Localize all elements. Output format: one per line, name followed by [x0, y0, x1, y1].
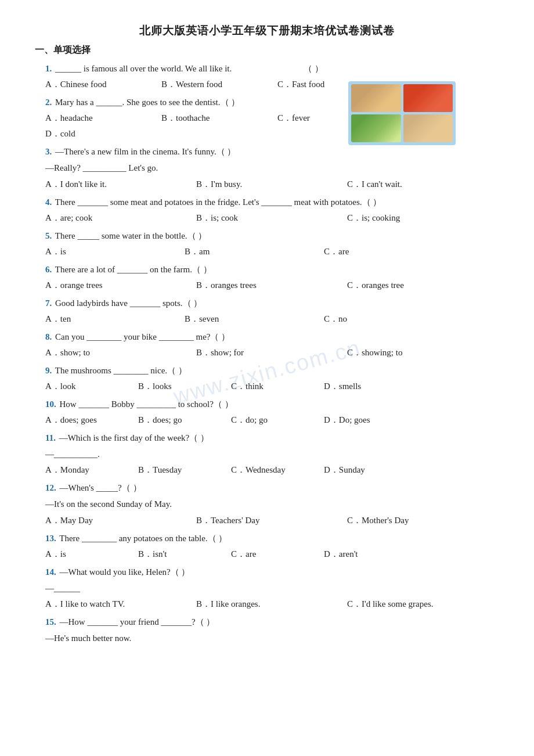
q14-opt-b: B．I like oranges. [196, 596, 347, 612]
question-13: 13. There ________ any potatoes on the t… [35, 531, 499, 562]
q6-opt-c: C．oranges tree [347, 278, 498, 293]
q14-options: A．I like to watch TV. B．I like oranges. … [45, 596, 499, 612]
q11-opt-b: B．Tuesday [138, 462, 231, 478]
q5-opt-c: C．are [324, 244, 440, 260]
q1-num: 1. [45, 64, 52, 73]
question-11: 11. —Which is the first day of the week?… [35, 430, 499, 478]
q1-text: ______ [55, 64, 81, 73]
food-image-2 [403, 84, 453, 112]
q9-opt-b: B．looks [138, 379, 231, 394]
q14-line2: —______ [45, 580, 499, 597]
q7-options: A．ten B．seven C．no [45, 311, 499, 327]
q7-text: Good ladybirds have _______ spots.（ ） [55, 298, 202, 308]
q6-opt-a: A．orange trees [45, 278, 196, 293]
q3-options: A．I don't like it. B．I'm busy. C．I can't… [45, 177, 499, 192]
q8-opt-b: B．show; for [196, 345, 347, 361]
q12-opt-c: C．Mother's Day [347, 513, 498, 528]
question-10: 10. How _______ Bobby _________ to schoo… [35, 397, 499, 428]
q1-text2: is famous all over the world. We all lik… [84, 64, 232, 73]
q5-opt-a: A．is [45, 244, 185, 260]
q9-opt-c: C．think [231, 379, 324, 394]
q4-text: There _______ some meat and potatoes in … [55, 197, 382, 207]
q2-opt-d: D．cold [45, 126, 161, 142]
question-8: 8. Can you ________ your bike ________ m… [35, 329, 499, 361]
food-image-grid [348, 81, 464, 151]
q15-num: 15. [45, 617, 56, 627]
q14-text1: —What would you like, Helen?（ ） [60, 567, 190, 577]
q10-options: A．does; goes B．does; go C．do; go D．Do; g… [45, 412, 499, 428]
q11-options: A．Monday B．Tuesday C．Wednesday D．Sunday [45, 462, 499, 478]
q13-opt-c: C．are [231, 546, 324, 562]
q3-opt-a: A．I don't like it. [45, 177, 196, 192]
q14-opt-a: A．I like to watch TV. [45, 596, 196, 612]
q13-options: A．is B．isn't C．are D．aren't [45, 546, 499, 562]
question-6: 6. There are a lot of _______ on the far… [35, 262, 499, 293]
q11-opt-c: C．Wednesday [231, 462, 324, 478]
section-title: 一、单项选择 [35, 44, 499, 56]
q8-options: A．show; to B．show; for C．showing; to [45, 345, 499, 361]
q3-opt-c: C．I can't wait. [347, 177, 498, 192]
q7-opt-a: A．ten [45, 311, 185, 327]
q7-opt-c: C．no [324, 311, 440, 327]
question-15: 15. —How _______ your friend _______?（ ）… [35, 614, 499, 647]
q14-opt-c: C．I'd like some grapes. [347, 596, 498, 612]
question-7: 7. Good ladybirds have _______ spots.（ ）… [35, 296, 499, 327]
q3-num: 3. [45, 147, 52, 156]
q10-num: 10. [45, 399, 56, 409]
q10-opt-d: D．Do; goes [324, 412, 440, 428]
question-14: 14. —What would you like, Helen?（ ） —___… [35, 564, 499, 613]
q9-text: The mushrooms ________ nice.（ ） [55, 366, 187, 375]
q1-opt-b: B．Western food [161, 77, 277, 92]
q3-text1: —There's a new film in the cinema. It's … [55, 147, 236, 156]
q9-opt-d: D．smells [324, 379, 440, 394]
q1-opt-a: A．Chinese food [45, 77, 161, 92]
q9-num: 9. [45, 366, 52, 375]
q8-opt-a: A．show; to [45, 345, 196, 361]
q13-opt-b: B．isn't [138, 546, 231, 562]
page-title: 北师大版英语小学五年级下册期末培优试卷测试卷 [35, 23, 499, 38]
q10-opt-a: A．does; goes [45, 412, 138, 428]
q10-text: How _______ Bobby _________ to school?（ … [60, 399, 233, 409]
q12-opt-b: B．Teachers' Day [196, 513, 347, 528]
q5-options: A．is B．am C．are [45, 244, 499, 260]
q3-line2: —Really? __________ Let's go. [45, 160, 499, 177]
q11-opt-a: A．Monday [45, 462, 138, 478]
q5-opt-b: B．am [185, 244, 324, 260]
question-3: 3. —There's a new film in the cinema. It… [35, 144, 499, 192]
q6-num: 6. [45, 265, 52, 274]
food-image-4 [403, 114, 453, 142]
q7-num: 7. [45, 298, 52, 308]
question-5: 5. There _____ some water in the bottle.… [35, 228, 499, 260]
q12-num: 12. [45, 483, 56, 492]
q6-text: There are a lot of _______ on the farm.（… [55, 265, 212, 274]
question-4: 4. There _______ some meat and potatoes … [35, 195, 499, 226]
q4-options: A．are; cook B．is; cook C．is; cooking [45, 210, 499, 226]
question-9: 9. The mushrooms ________ nice.（ ） A．loo… [35, 363, 499, 394]
q5-num: 5. [45, 231, 52, 240]
q4-opt-c: C．is; cooking [347, 210, 498, 226]
q12-text1: —When's _____?（ ） [60, 483, 142, 492]
q6-options: A．orange trees B．oranges trees C．oranges… [45, 278, 499, 293]
q9-options: A．look B．looks C．think D．smells [45, 379, 499, 394]
q7-opt-b: B．seven [185, 311, 324, 327]
q13-text: There ________ any potatoes on the table… [59, 534, 227, 543]
q4-opt-a: A．are; cook [45, 210, 196, 226]
q11-line2: —__________. [45, 446, 499, 463]
q9-opt-a: A．look [45, 379, 138, 394]
q15-text1: —How _______ your friend _______?（ ） [60, 617, 215, 627]
q2-opt-a: A．headache [45, 110, 161, 126]
q2-opt-b: B．toothache [161, 110, 277, 126]
q13-num: 13. [45, 534, 56, 543]
q4-opt-b: B．is; cook [196, 210, 347, 226]
q8-text: Can you ________ your bike ________ me?（… [55, 332, 230, 341]
q8-opt-c: C．showing; to [347, 345, 498, 361]
q11-text1: —Which is the first day of the week?（ ） [59, 433, 209, 442]
q11-opt-d: D．Sunday [324, 462, 440, 478]
q13-opt-a: A．is [45, 546, 138, 562]
q1-bracket: （ ） [304, 64, 323, 73]
q15-line2: —He's much better now. [45, 630, 499, 647]
q6-opt-b: B．oranges trees [196, 278, 347, 293]
q12-line2: —It's on the second Sunday of May. [45, 496, 499, 513]
q3-opt-b: B．I'm busy. [196, 177, 347, 192]
food-image-3 [351, 114, 401, 142]
